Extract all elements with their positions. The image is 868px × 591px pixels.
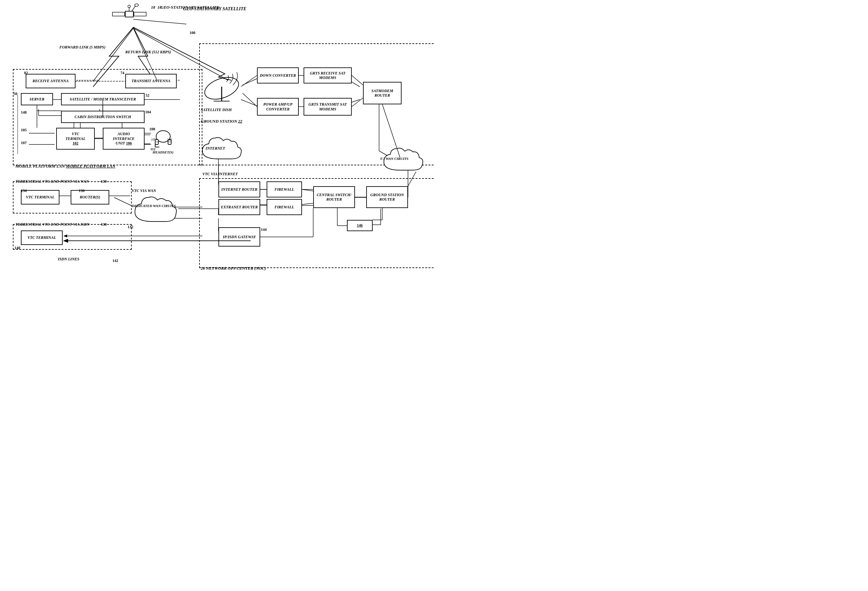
internet-router-box: INTERNET ROUTER xyxy=(218,181,260,197)
satellite-title: 18 xyxy=(151,5,155,10)
vtc-via-wan-label: VTC VIA WAN xyxy=(132,189,156,193)
down-converter-box: DOWN CONVERTER xyxy=(257,68,299,84)
satellite-ref-num: 18 xyxy=(157,5,162,10)
dedicated-wan-cloud-icon xyxy=(127,191,178,226)
t3-wan-label: T-3 WAN CIRUITS xyxy=(380,157,408,161)
ref-138: -138 xyxy=(100,222,107,227)
noc-label: 26 NETWORK OPS CENTER (NOC) xyxy=(201,266,266,271)
diagram: GEO-STATIONARY SATELLITE 18 GEO-STATIONA… xyxy=(0,0,434,295)
ref-148: 148 xyxy=(21,110,27,115)
firewall2-box: FIREWALL xyxy=(267,199,302,215)
return-link-label: RETURN LINK (512 KBPS) xyxy=(125,50,171,54)
terrestrial-wan-label: TERRESTRIAL VTC END-POINT VIA WAN xyxy=(15,179,89,184)
forward-link-label: FORWARD LINK (5 MBPS) xyxy=(59,45,105,49)
grts-receive-box: GRTS RECEIVE SAT MODEMS xyxy=(304,68,352,84)
svg-rect-44 xyxy=(125,11,133,17)
transmit-antenna-box: TRANSMIT ANTENNA xyxy=(125,74,177,88)
server-box: SERVER xyxy=(21,93,53,105)
receive-antenna-box: RECEIVE ANTENNA xyxy=(26,74,75,88)
svg-rect-45 xyxy=(112,12,125,16)
ref-136: 136 xyxy=(79,189,84,193)
power-amp-box: POWER AMP/UP CONVERTER xyxy=(257,98,299,116)
terrestrial-isdn-label: TERRESTRIAL VTC END-POINT VIA ISDN xyxy=(15,222,90,227)
ref-134: 134 xyxy=(21,189,27,193)
extranet-router-box: EXTRANET ROUTER xyxy=(218,199,260,215)
ref-107: 107 xyxy=(21,141,27,145)
ground-station-router-box: GROUND STATION ROUTER xyxy=(366,186,408,208)
ground-station-label: GROUND STATION 22 xyxy=(201,119,242,124)
ref-74: 74 xyxy=(121,71,124,75)
dedicated-wan-label: DEDICATED WAN CIRUITS xyxy=(132,204,176,208)
svg-rect-46 xyxy=(134,12,146,16)
ref-140: 140 xyxy=(15,246,20,250)
svg-line-49 xyxy=(132,6,136,11)
headsets-label: HEADSET(S) xyxy=(153,150,173,155)
ref146-box: 146 xyxy=(347,220,373,231)
satellite-name: GEO-STATIONARY SATELLITE xyxy=(161,5,219,10)
grts-transmit-box: GRTS TRANSMIT SAT MODEMS xyxy=(304,98,352,116)
satellite-icon xyxy=(109,3,148,26)
svg-point-50 xyxy=(134,4,139,6)
ref-52: 52 xyxy=(146,93,149,97)
satmodem-router-box: SATMODEM ROUTER xyxy=(363,82,402,104)
satellite-dish-label: SATELLITE DISH xyxy=(201,108,232,112)
satellite-modem-box: SATELLITE / MODEM TRANSCEIVER xyxy=(61,93,145,105)
cabin-dist-switch-box: CABIN DISTRIBUTION SWITCH xyxy=(61,111,145,123)
ref-105: 105 xyxy=(21,128,27,132)
svg-text:109: 109 xyxy=(151,138,156,141)
mobile-platform-label: MOBILE PLATFORM LAN MOBILE PLATFORM LAN xyxy=(15,164,115,169)
isdn-lines-label: ISDN LINES xyxy=(58,257,79,261)
audio-interface-box: AUDIOINTERFACEUNIT 106 xyxy=(103,128,145,150)
vtc-via-internet-label: VTC VIA INTERNET xyxy=(202,172,238,176)
terrestrial-wan-vtc-box: VTC TERMINAL xyxy=(21,190,59,205)
ref-142: 142 xyxy=(112,258,118,263)
router-box: ROUTER(S) xyxy=(71,190,109,205)
vtc-terminal-box: VTCTERMINAL102 xyxy=(56,128,95,150)
ref-144: 144 xyxy=(261,227,267,232)
internet-label: INTERNET xyxy=(205,146,225,150)
ref-50: 50 xyxy=(13,91,17,96)
svg-text:110: 110 xyxy=(167,138,171,141)
firewall1-box: FIREWALL xyxy=(267,181,302,197)
ref-104: 104 xyxy=(145,110,151,114)
central-switch-box: CENTRAL SWITCH/ ROUTER xyxy=(313,186,355,208)
ref-130: -130 xyxy=(100,179,107,184)
satellite-dish-icon xyxy=(201,69,242,111)
ref-100: 100 xyxy=(189,31,195,35)
